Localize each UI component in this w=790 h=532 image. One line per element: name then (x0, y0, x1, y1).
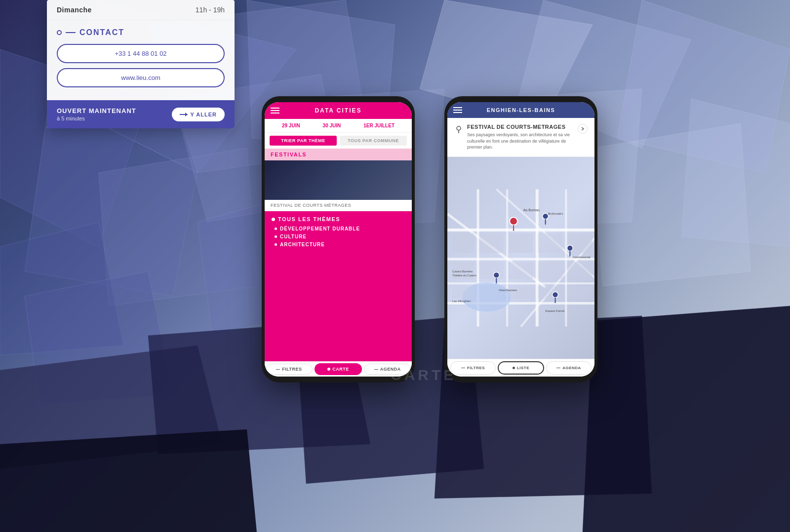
tab-theme[interactable]: TRIER PAR THÈME (270, 136, 337, 146)
contact-title: CONTACT (79, 28, 124, 37)
svg-text:Hôtel Barrière: Hôtel Barrière (499, 289, 517, 292)
theme-item-1[interactable]: DÉVELOPPEMENT DURABLE (272, 226, 405, 231)
date-2[interactable]: 30 JUIN (323, 123, 341, 128)
menu-icon-right[interactable] (453, 107, 462, 113)
theme-bullet-1 (275, 228, 277, 230)
theme-text-3: ARCHITECTURE (280, 242, 325, 247)
agenda-arrow-r (556, 368, 560, 368)
carte-dot (327, 368, 330, 371)
theme-item-3[interactable]: ARCHITECTURE (272, 242, 405, 247)
date-1[interactable]: 29 JUIN (282, 123, 300, 128)
liste-label: LISTE (517, 366, 529, 370)
svg-marker-16 (681, 99, 790, 247)
svg-rect-44 (538, 262, 563, 279)
middle-title: DATA CITIES (315, 107, 361, 114)
svg-rect-31 (565, 189, 567, 326)
filtres-label-right: FILTRES (467, 366, 485, 370)
svg-rect-37 (479, 233, 504, 253)
contact-label-row: CONTACT (57, 28, 225, 37)
phone-shell-right: ENGHIEN-LES-BAINS FESTIVAL DE COURTS-MET… (444, 96, 597, 382)
liste-button[interactable]: LISTE (498, 361, 544, 375)
svg-text:Théâtre du Casino: Théâtre du Casino (452, 274, 477, 277)
y-aller-button[interactable]: Y ALLER (172, 108, 225, 121)
phone-screen-middle: DATA CITIES 29 JUIN 30 JUIN 1ER JUILLET … (265, 102, 412, 377)
map-background: Au Bureau McDonald's Casino Barrière Thé… (447, 157, 594, 359)
phone-right: ENGHIEN-LES-BAINS FESTIVAL DE COURTS-MET… (444, 96, 597, 382)
svg-text:Casino Barrière: Casino Barrière (452, 270, 473, 273)
contact-card-panel: Dimanche 11h - 19h CONTACT +33 1 44 88 0… (30, 0, 252, 326)
bottom-bar-middle: FILTRES CARTE AGENDA (265, 361, 412, 377)
theme-text-2: CULTURE (280, 234, 307, 239)
event-info-title: FESTIVAL DE COURTS-METRAGES (467, 124, 574, 130)
menu-line-3 (271, 113, 279, 114)
filtres-label: FILTRES (282, 367, 302, 372)
svg-point-58 (553, 292, 558, 298)
footer-text: OUVERT MAINTENANT à 5 minutes (57, 107, 136, 121)
festivals-title: FESTIVALS (265, 149, 412, 160)
svg-point-50 (510, 217, 517, 225)
svg-rect-36 (452, 233, 474, 253)
menu-line-1 (271, 108, 279, 109)
info-next-button[interactable] (578, 124, 588, 134)
svg-rect-39 (538, 233, 563, 253)
card-header: Dimanche 11h - 19h (47, 0, 235, 20)
contact-line (66, 32, 76, 33)
svg-rect-47 (509, 286, 533, 299)
event-label: FESTIVAL DE COURTS MÉTRAGES (265, 200, 412, 211)
svg-rect-43 (509, 262, 533, 279)
menu-line-2 (271, 110, 279, 111)
card-footer: OUVERT MAINTENANT à 5 minutes Y ALLER (47, 100, 235, 128)
carte-label: CARTE (332, 367, 349, 372)
tab-commune[interactable]: TOUS PAR COMMUNE (340, 136, 407, 146)
svg-rect-45 (567, 262, 592, 279)
agenda-label-right: AGENDA (562, 366, 581, 370)
right-title: ENGHIEN-LES-BAINS (487, 107, 555, 113)
agenda-arrow-icon (374, 369, 378, 370)
theme-header-dot (272, 218, 275, 221)
theme-item-2[interactable]: CULTURE (272, 234, 405, 239)
bottom-bar-right: FILTRES LISTE AGENDA (447, 359, 594, 377)
dates-row: 29 JUIN 30 JUIN 1ER JUILLET (265, 119, 412, 133)
website-button[interactable]: www.lieu.com (57, 68, 225, 87)
themes-section: TOUS LES THÈMES DÉVELOPPEMENT DURABLE CU… (265, 211, 412, 361)
svg-point-56 (493, 272, 499, 278)
right-header: ENGHIEN-LES-BAINS (447, 102, 594, 118)
svg-text:Commissariat: Commissariat (572, 255, 591, 258)
theme-text-1: DÉVELOPPEMENT DURABLE (280, 226, 360, 231)
contact-card: Dimanche 11h - 19h CONTACT +33 1 44 88 0… (47, 0, 235, 128)
menu-line-r2 (453, 110, 462, 111)
chevron-right-icon (580, 126, 585, 131)
hours-label: 11h - 19h (196, 6, 225, 14)
themes-title: TOUS LES THÈMES (278, 216, 340, 222)
svg-rect-42 (479, 262, 504, 279)
event-info-desc: Ses paysages verdoyants, son architectur… (467, 132, 574, 151)
carte-button[interactable]: CARTE (315, 363, 362, 375)
map-svg: Au Bureau McDonald's Casino Barrière Thé… (447, 157, 594, 359)
day-label: Dimanche (57, 6, 92, 14)
contact-section: CONTACT +33 1 44 88 01 02 www.lieu.com (47, 20, 235, 100)
date-3[interactable]: 1ER JUILLET (363, 123, 395, 128)
svg-text:Espace Forme: Espace Forme (546, 309, 565, 312)
map-pin-icon (454, 125, 463, 134)
festival-image (265, 160, 412, 200)
contact-dot (57, 30, 62, 35)
filtres-button-right[interactable]: FILTRES (450, 361, 496, 375)
middle-header: DATA CITIES (265, 102, 412, 119)
menu-line-r1 (453, 107, 462, 108)
phone-screen-right: ENGHIEN-LES-BAINS FESTIVAL DE COURTS-MET… (447, 102, 594, 377)
filtres-arrow-r (461, 368, 465, 368)
menu-line-r3 (453, 112, 462, 113)
theme-bullet-3 (275, 243, 277, 246)
theme-bullet-2 (275, 235, 277, 238)
menu-icon-middle[interactable] (271, 108, 279, 114)
filter-tabs: TRIER PAR THÈME TOUS PAR COMMUNE (265, 133, 412, 149)
svg-rect-46 (452, 286, 474, 299)
agenda-button-right[interactable]: AGENDA (546, 361, 592, 375)
filtres-button[interactable]: FILTRES (266, 364, 313, 375)
svg-text:Au Bureau: Au Bureau (523, 208, 540, 212)
distance-text: à 5 minutes (57, 115, 136, 121)
info-card[interactable]: FESTIVAL DE COURTS-METRAGES Ses paysages… (447, 118, 594, 157)
map-area: Au Bureau McDonald's Casino Barrière Thé… (447, 157, 594, 359)
phone-button[interactable]: +33 1 44 88 01 02 (57, 44, 225, 63)
phone-middle: DATA CITIES 29 JUIN 30 JUIN 1ER JUILLET … (262, 96, 415, 382)
